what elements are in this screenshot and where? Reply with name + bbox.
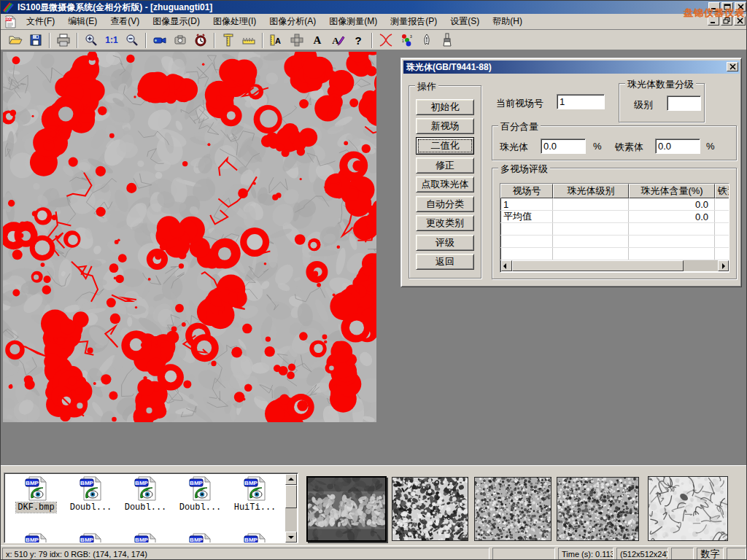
table-row-empty (500, 223, 729, 236)
menu-item-measure-report[interactable]: 测量报告(P) (384, 14, 444, 29)
scroll-up-button[interactable] (285, 474, 297, 485)
table-row-empty (500, 248, 729, 260)
file-item-dkf[interactable]: DKF.bmp (9, 475, 63, 513)
initialize-button[interactable]: 初始化 (416, 99, 474, 115)
document-icon[interactable]: DOC (4, 15, 17, 28)
zoom-out-button[interactable] (123, 31, 142, 49)
menu-item-view[interactable]: 查看(V) (104, 14, 146, 29)
file-item-doubl1[interactable]: Doubl... (63, 475, 118, 513)
status-cursor-info: x: 510 y: 79 idx: 0 RGB: (174, 174, 174) (2, 548, 489, 560)
scroll-left-button[interactable] (501, 260, 512, 271)
file-item-partial[interactable] (173, 532, 228, 543)
new-field-button[interactable]: 新视场 (416, 118, 474, 134)
col-pearlite-grade[interactable]: 珠光体级别 (553, 184, 629, 198)
menu-item-file[interactable]: 文件(F) (20, 14, 61, 29)
table-row[interactable]: 平均值 0.0 (500, 211, 729, 223)
brush-tool-button[interactable] (438, 31, 457, 49)
file-item-doubl3[interactable]: Doubl... (173, 475, 228, 513)
thumbnail-3[interactable] (474, 477, 551, 541)
pick-pearlite-button[interactable]: 点取珠光体 (416, 176, 474, 192)
bmp-file-icon (243, 475, 268, 502)
file-list-scrollbar[interactable] (285, 474, 297, 542)
save-button[interactable] (26, 31, 45, 49)
mdi-restore-button[interactable] (721, 16, 732, 26)
ruler-button[interactable] (239, 31, 258, 49)
file-item-partial[interactable] (118, 532, 173, 543)
cell-content: 0.0 (629, 211, 715, 222)
bottom-panel: BMP DKF.bmp Doubl... Doubl... (1, 465, 747, 545)
mdi-minimize-button[interactable] (708, 16, 719, 26)
change-class-button[interactable]: 更改类别 (416, 215, 474, 231)
dialog-title-bar[interactable]: 珠光体(GB/T9441-88) (403, 61, 740, 74)
measure-text-button[interactable]: A (267, 31, 286, 49)
menu-item-image-process[interactable]: 图像处理(I) (206, 14, 263, 29)
menu-item-image-analysis[interactable]: 图像分析(A) (263, 14, 322, 29)
dialog-close-button[interactable] (727, 62, 738, 71)
operations-group: 操作 初始化 新视场 二值化 修正 点取珠光体 自动分类 更改类别 评级 返回 (409, 85, 481, 279)
file-item-partial[interactable] (228, 532, 282, 543)
table-row[interactable]: 1 0.0 (500, 198, 729, 211)
menu-item-settings[interactable]: 设置(S) (444, 14, 486, 29)
menu-item-image-measure[interactable]: 图像测量(M) (322, 14, 384, 29)
return-button[interactable]: 返回 (416, 254, 474, 270)
restore-button[interactable] (721, 2, 733, 12)
actual-size-button[interactable]: 1:1 (102, 31, 121, 49)
photo-camera-button[interactable] (171, 31, 190, 49)
help-button[interactable]: ? (349, 31, 368, 49)
scrollbar-thumb[interactable] (512, 260, 684, 271)
timer-button[interactable] (191, 31, 210, 49)
pearlite-label: 珠光体 (500, 141, 528, 154)
grade-group-label: 珠光体数量分级 (625, 78, 696, 91)
correct-button[interactable]: 修正 (416, 158, 474, 174)
thumbnail-2[interactable] (392, 477, 468, 541)
pearlite-input[interactable]: 0.0 (541, 139, 586, 154)
col-pearlite-content[interactable]: 珠光体含量(%) (629, 184, 715, 198)
scrollbar-thumb[interactable] (285, 485, 297, 508)
ferrite-input[interactable]: 0.0 (655, 139, 700, 154)
current-field-input[interactable]: 1 (557, 94, 605, 109)
caliper-button[interactable] (219, 31, 238, 49)
auto-classify-button[interactable]: 自动分类 (416, 196, 474, 212)
menu-item-image-display[interactable]: 图像显示(D) (146, 14, 206, 29)
rating-table: 视场号 珠光体级别 珠光体含量(%) 铁素体 1 0.0 平均值 (500, 183, 729, 273)
file-name: HuiTi... (233, 502, 278, 513)
thumbnail-5[interactable] (648, 476, 728, 541)
open-button[interactable] (6, 31, 25, 49)
close-button[interactable] (735, 2, 746, 12)
rate-button[interactable]: 评级 (416, 235, 474, 251)
annotate-button[interactable]: A (328, 31, 347, 49)
metallograph-image[interactable] (3, 52, 376, 422)
col-ferrite[interactable]: 铁素体 (715, 184, 729, 198)
menu-item-help[interactable]: 帮助(H) (486, 14, 529, 29)
text-tool-button[interactable]: A (308, 31, 327, 49)
file-item-partial[interactable] (63, 532, 118, 543)
thumbnail-4[interactable] (557, 477, 639, 541)
file-item-huiti[interactable]: HuiTi... (228, 475, 282, 513)
binarize-button[interactable]: 二值化 (416, 137, 474, 155)
curve-cut-button[interactable] (376, 31, 395, 49)
thumbnail-1[interactable] (306, 476, 387, 542)
cell-content: 0.0 (629, 198, 715, 210)
minimize-button[interactable] (708, 2, 720, 12)
classify-dots-button[interactable]: 13 (397, 31, 416, 49)
print-button[interactable] (54, 31, 73, 49)
zoom-in-button[interactable] (82, 31, 101, 49)
bmp-file-icon (133, 475, 158, 502)
pen-tool-button[interactable] (417, 31, 436, 49)
grid-tool-button[interactable] (287, 31, 306, 49)
video-camera-button[interactable] (150, 31, 169, 49)
scroll-down-button[interactable] (285, 532, 297, 542)
scroll-right-button[interactable] (718, 260, 729, 271)
menu-item-edit[interactable]: 编辑(E) (61, 14, 104, 29)
file-item-partial[interactable] (9, 532, 63, 543)
status-mode: 数字 (697, 548, 724, 560)
level-input[interactable] (667, 96, 701, 111)
dialog-title: 珠光体(GB/T9441-88) (406, 61, 492, 74)
rating-table-header: 视场号 珠光体级别 珠光体含量(%) 铁素体 (500, 184, 729, 198)
file-browser: DKF.bmp Doubl... Doubl... Doubl... HuiTi… (4, 472, 298, 543)
file-item-doubl2[interactable]: Doubl... (118, 475, 173, 513)
mdi-close-button[interactable] (734, 16, 746, 26)
status-empty-1 (492, 548, 555, 560)
col-field-number[interactable]: 视场号 (500, 184, 553, 198)
table-horizontal-scrollbar[interactable] (501, 260, 729, 271)
